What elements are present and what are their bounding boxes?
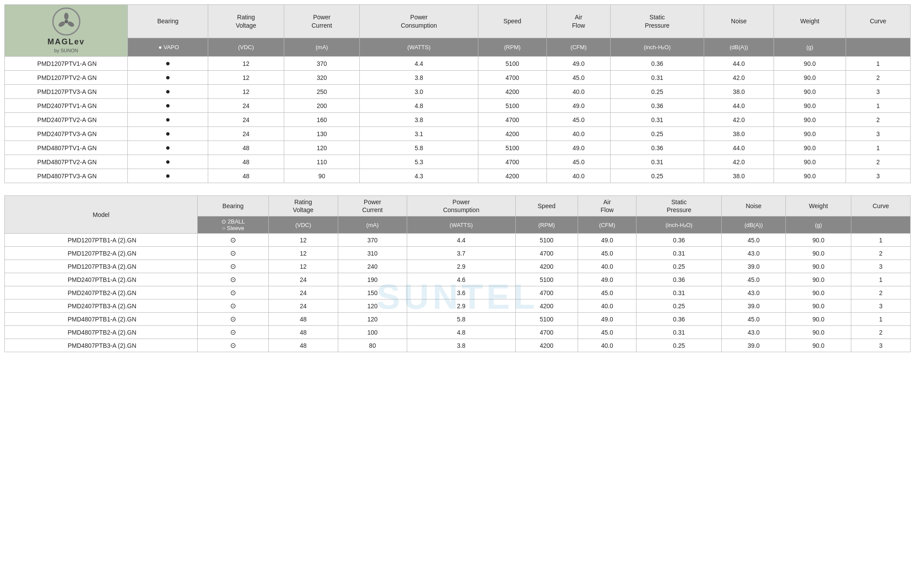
speed-value: 4700 bbox=[478, 155, 546, 169]
weight-value: 90.0 bbox=[774, 85, 846, 99]
flow-value: 49.0 bbox=[546, 99, 611, 113]
model-name: PMD2407PTV2-A GN bbox=[5, 113, 128, 127]
noise-value: 44.0 bbox=[704, 99, 774, 113]
voltage-value: 24 bbox=[208, 99, 284, 113]
header-curve: Curve bbox=[846, 5, 910, 38]
current-value: 160 bbox=[284, 113, 360, 127]
table-row: PMD1207PTV2-A GN ● 12 320 3.8 4700 45.0 … bbox=[5, 71, 911, 85]
power-value: 3.8 bbox=[407, 339, 515, 352]
voltage-value: 48 bbox=[268, 326, 338, 339]
voltage-value: 48 bbox=[268, 339, 338, 352]
noise-value: 38.0 bbox=[704, 169, 774, 183]
noise-value: 42.0 bbox=[704, 71, 774, 85]
bearing-indicator: ● bbox=[128, 155, 208, 169]
weight-value: 90.0 bbox=[774, 141, 846, 155]
header-flow: AirFlow bbox=[546, 5, 611, 38]
table-row: PMD4807PTV1-A GN ● 48 120 5.8 5100 49.0 … bbox=[5, 141, 911, 155]
maglev-text: MAGLev bbox=[47, 37, 85, 46]
pressure-value: 0.36 bbox=[611, 141, 704, 155]
model-name: PMD2407PTV1-A GN bbox=[5, 99, 128, 113]
speed-value: 5100 bbox=[478, 141, 546, 155]
bearing-indicator: ⊙ bbox=[198, 313, 269, 326]
curve-value: 3 bbox=[851, 339, 911, 352]
power-value: 5.8 bbox=[407, 313, 515, 326]
weight-value: 90.0 bbox=[785, 234, 851, 247]
bearing-indicator: ⊙ bbox=[198, 326, 269, 339]
weight-value: 90.0 bbox=[774, 71, 846, 85]
pressure-value: 0.36 bbox=[611, 99, 704, 113]
current-value: 310 bbox=[338, 247, 407, 260]
weight-value: 90.0 bbox=[785, 286, 851, 299]
unit-pressure: (inch-H₂O) bbox=[611, 38, 704, 57]
table-row: PMD2407PTV1-A GN ● 24 200 4.8 5100 49.0 … bbox=[5, 99, 911, 113]
model-name: PMD1207PTV3-A GN bbox=[5, 85, 128, 99]
current-value: 320 bbox=[284, 71, 360, 85]
header-weight: Weight bbox=[774, 5, 846, 38]
unit2-voltage: (VDC) bbox=[268, 216, 338, 234]
unit2-noise: (dB(A)) bbox=[722, 216, 786, 234]
table2-body: PMD1207PTB1-A (2).GN ⊙ 12 370 4.4 5100 4… bbox=[5, 234, 911, 352]
table-row: PMD1207PTV3-A GN ● 12 250 3.0 4200 40.0 … bbox=[5, 85, 911, 99]
weight-value: 90.0 bbox=[774, 127, 846, 141]
table2: Model Bearing RatingVoltage PowerCurrent… bbox=[4, 195, 911, 352]
speed-value: 4200 bbox=[515, 299, 578, 313]
flow-value: 45.0 bbox=[578, 247, 636, 260]
speed-value: 5100 bbox=[478, 99, 546, 113]
weight-value: 90.0 bbox=[785, 299, 851, 313]
unit-power: (WATTS) bbox=[360, 38, 478, 57]
voltage-value: 48 bbox=[208, 155, 284, 169]
model-name: PMD1207PTB3-A (2).GN bbox=[5, 260, 198, 273]
speed-value: 4700 bbox=[515, 247, 578, 260]
weight-value: 90.0 bbox=[785, 326, 851, 339]
table-row: PMD4807PTV3-A GN ● 48 90 4.3 4200 40.0 0… bbox=[5, 169, 911, 183]
bearing-indicator: ⊙ bbox=[198, 247, 269, 260]
table-row: PMD2407PTB2-A (2).GN ⊙ 24 150 3.6 4700 4… bbox=[5, 286, 911, 299]
table-row: PMD2407PTB1-A (2).GN ⊙ 24 190 4.6 5100 4… bbox=[5, 273, 911, 286]
noise-value: 44.0 bbox=[704, 141, 774, 155]
model-name: PMD1207PTB2-A (2).GN bbox=[5, 247, 198, 260]
bearing-indicator: ⊙ bbox=[198, 299, 269, 313]
header-voltage: RatingVoltage bbox=[208, 5, 284, 38]
voltage-value: 48 bbox=[208, 141, 284, 155]
flow-value: 40.0 bbox=[546, 169, 611, 183]
flow-value: 45.0 bbox=[578, 326, 636, 339]
flow-value: 49.0 bbox=[578, 313, 636, 326]
pressure-value: 0.36 bbox=[611, 57, 704, 71]
flow-value: 45.0 bbox=[546, 155, 611, 169]
speed-value: 4200 bbox=[478, 85, 546, 99]
curve-value: 2 bbox=[851, 247, 911, 260]
bearing-indicator: ⊙ bbox=[198, 286, 269, 299]
voltage-value: 48 bbox=[268, 313, 338, 326]
header-current: PowerCurrent bbox=[284, 5, 360, 38]
flow-value: 49.0 bbox=[578, 234, 636, 247]
header2-bearing: Bearing bbox=[198, 196, 269, 216]
current-value: 250 bbox=[284, 85, 360, 99]
speed-value: 5100 bbox=[478, 57, 546, 71]
current-value: 370 bbox=[284, 57, 360, 71]
power-value: 5.8 bbox=[360, 141, 478, 155]
noise-value: 42.0 bbox=[704, 113, 774, 127]
curve-value: 3 bbox=[846, 127, 910, 141]
pressure-value: 0.31 bbox=[637, 326, 722, 339]
speed-value: 4700 bbox=[515, 286, 578, 299]
voltage-value: 24 bbox=[268, 299, 338, 313]
table-row: PMD1207PTB2-A (2).GN ⊙ 12 310 3.7 4700 4… bbox=[5, 247, 911, 260]
power-value: 4.8 bbox=[407, 326, 515, 339]
logo-box: MAGLev by SUNON bbox=[7, 7, 125, 54]
speed-value: 5100 bbox=[515, 234, 578, 247]
header2-curve: Curve bbox=[851, 196, 911, 216]
speed-value: 4200 bbox=[515, 260, 578, 273]
bearing-indicator: ● bbox=[128, 71, 208, 85]
table-row: PMD2407PTV2-A GN ● 24 160 3.8 4700 45.0 … bbox=[5, 113, 911, 127]
unit-weight: (g) bbox=[774, 38, 846, 57]
voltage-value: 12 bbox=[208, 57, 284, 71]
voltage-value: 24 bbox=[268, 273, 338, 286]
unit-flow: (CFM) bbox=[546, 38, 611, 57]
table-row: PMD4807PTB2-A (2).GN ⊙ 48 100 4.8 4700 4… bbox=[5, 326, 911, 339]
current-value: 90 bbox=[284, 169, 360, 183]
weight-value: 90.0 bbox=[774, 99, 846, 113]
page-wrapper: MAGLev by SUNON Bearing RatingVoltage Po… bbox=[4, 4, 911, 352]
power-value: 3.6 bbox=[407, 286, 515, 299]
bearing-indicator: ⊙ bbox=[198, 260, 269, 273]
weight-value: 90.0 bbox=[785, 339, 851, 352]
